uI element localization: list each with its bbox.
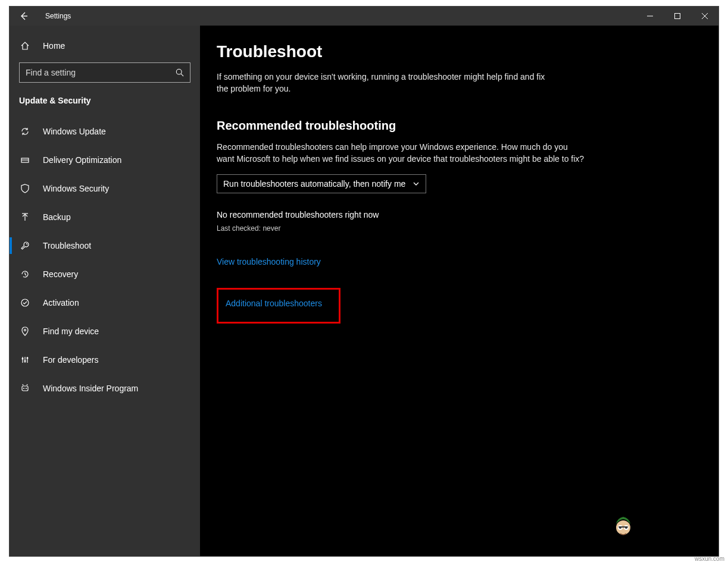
sidebar-item-label: Windows Insider Program bbox=[43, 384, 138, 393]
svg-point-19 bbox=[24, 360, 26, 362]
home-label: Home bbox=[43, 41, 65, 51]
recommended-heading: Recommended troubleshooting bbox=[217, 119, 718, 133]
last-checked-text: Last checked: never bbox=[217, 224, 718, 233]
svg-point-18 bbox=[22, 358, 24, 360]
search-icon bbox=[176, 68, 184, 77]
troubleshooter-mode-dropdown[interactable]: Run troubleshooters automatically, then … bbox=[217, 174, 426, 193]
view-history-link[interactable]: View troubleshooting history bbox=[217, 257, 321, 266]
sidebar-item-label: Troubleshoot bbox=[43, 241, 91, 250]
recommended-description: Recommended troubleshooters can help imp… bbox=[217, 141, 586, 165]
sidebar-item-backup[interactable]: Backup bbox=[10, 203, 200, 231]
backup-icon bbox=[19, 212, 31, 222]
close-button[interactable] bbox=[691, 7, 718, 26]
close-icon bbox=[702, 13, 708, 19]
svg-rect-2 bbox=[675, 14, 680, 19]
wrench-icon bbox=[19, 241, 31, 250]
search-input[interactable] bbox=[26, 68, 176, 77]
sidebar-item-label: Windows Update bbox=[43, 127, 106, 136]
arrow-left-icon bbox=[19, 11, 29, 21]
sidebar-item-for-developers[interactable]: For developers bbox=[10, 346, 200, 374]
page-description: If something on your device isn't workin… bbox=[217, 71, 550, 95]
svg-rect-31 bbox=[618, 526, 628, 528]
sidebar-item-label: Find my device bbox=[43, 327, 99, 336]
svg-rect-21 bbox=[22, 386, 28, 391]
svg-line-12 bbox=[25, 274, 26, 275]
sync-icon bbox=[19, 127, 31, 136]
shield-icon bbox=[19, 184, 31, 193]
delivery-icon bbox=[19, 155, 31, 165]
sidebar-item-troubleshoot[interactable]: Troubleshoot bbox=[10, 231, 200, 260]
sidebar-item-windows-update[interactable]: Windows Update bbox=[10, 117, 200, 146]
maximize-icon bbox=[674, 13, 680, 19]
minimize-icon bbox=[647, 13, 653, 19]
svg-point-20 bbox=[27, 357, 29, 359]
svg-point-13 bbox=[21, 299, 29, 306]
maximize-button[interactable] bbox=[664, 7, 691, 26]
sidebar-item-recovery[interactable]: Recovery bbox=[10, 260, 200, 288]
location-icon bbox=[19, 327, 31, 336]
watermark-text: wsxun.com bbox=[695, 556, 724, 562]
sidebar-item-delivery-optimization[interactable]: Delivery Optimization bbox=[10, 146, 200, 174]
recovery-icon bbox=[19, 269, 31, 279]
titlebar: Settings bbox=[10, 7, 718, 26]
sidebar-item-activation[interactable]: Activation bbox=[10, 288, 200, 317]
search-box[interactable] bbox=[19, 62, 190, 83]
sidebar-item-label: Recovery bbox=[43, 269, 78, 279]
sidebar-item-label: Backup bbox=[43, 212, 71, 222]
highlight-annotation: Additional troubleshooters bbox=[217, 288, 340, 324]
mascot-icon bbox=[611, 512, 635, 538]
sidebar-item-windows-security[interactable]: Windows Security bbox=[10, 174, 200, 203]
svg-line-25 bbox=[27, 384, 27, 385]
main-panel: Troubleshoot If something on your device… bbox=[200, 26, 718, 556]
svg-line-24 bbox=[23, 384, 23, 385]
insider-icon bbox=[19, 384, 31, 393]
dropdown-value: Run troubleshooters automatically, then … bbox=[223, 179, 405, 189]
svg-point-22 bbox=[23, 388, 24, 389]
back-button[interactable] bbox=[10, 7, 38, 26]
page-title: Troubleshoot bbox=[217, 42, 718, 61]
home-button[interactable]: Home bbox=[10, 34, 200, 58]
svg-point-23 bbox=[26, 388, 27, 389]
home-icon bbox=[19, 41, 31, 51]
sidebar-item-label: For developers bbox=[43, 355, 98, 365]
sidebar-section-title: Update & Security bbox=[10, 83, 200, 111]
svg-point-14 bbox=[24, 329, 26, 331]
status-text: No recommended troubleshooters right now bbox=[217, 210, 718, 219]
sidebar-item-label: Delivery Optimization bbox=[43, 155, 121, 165]
sidebar-item-label: Windows Security bbox=[43, 184, 109, 193]
svg-line-6 bbox=[181, 74, 183, 76]
minimize-button[interactable] bbox=[636, 7, 664, 26]
svg-point-5 bbox=[176, 69, 182, 74]
developers-icon bbox=[19, 355, 31, 365]
settings-window: Settings Home bbox=[9, 6, 719, 557]
sidebar-item-find-my-device[interactable]: Find my device bbox=[10, 317, 200, 346]
sidebar: Home Update & Security Windows Update De… bbox=[10, 26, 200, 556]
window-title: Settings bbox=[45, 12, 71, 20]
check-circle-icon bbox=[19, 298, 31, 307]
chevron-down-icon bbox=[413, 180, 420, 187]
sidebar-item-label: Activation bbox=[43, 298, 79, 307]
additional-troubleshooters-link[interactable]: Additional troubleshooters bbox=[226, 299, 322, 308]
sidebar-item-windows-insider[interactable]: Windows Insider Program bbox=[10, 374, 200, 403]
